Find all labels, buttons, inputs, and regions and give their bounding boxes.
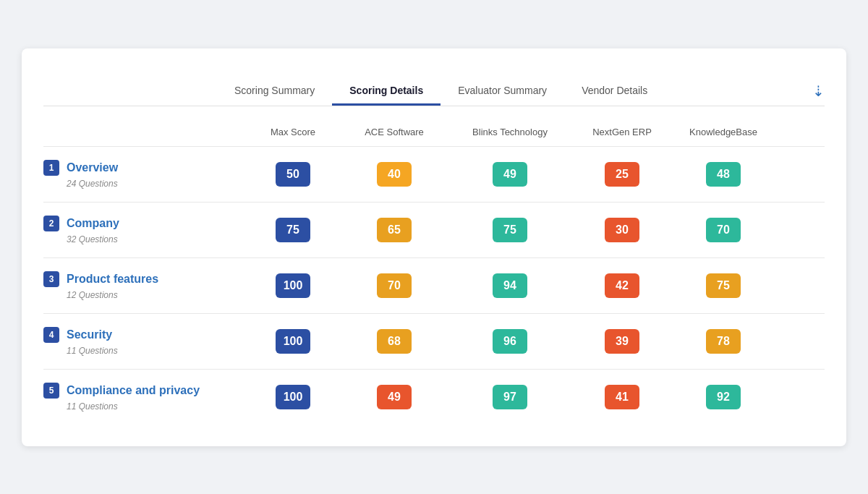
col-header-4: NextGen ERP	[571, 127, 673, 137]
download-button[interactable]: ⇣	[812, 82, 825, 100]
score-badge-3-4: 78	[706, 329, 741, 354]
score-cell-1-1: 65	[340, 218, 448, 242]
score-cell-3-4: 78	[673, 329, 774, 354]
score-cell-1-0: 75	[246, 218, 340, 242]
section-name-1: Company	[67, 217, 119, 230]
col-header-5: KnowledgeBase	[673, 127, 774, 137]
score-badge-3-0: 100	[276, 329, 310, 354]
score-cell-4-2: 97	[448, 385, 571, 409]
table-row-3: 4Security11 Questions10068963978	[43, 313, 825, 369]
score-badge-4-2: 97	[493, 385, 527, 409]
section-questions-2: 12 Questions	[67, 290, 246, 300]
score-badge-0-1: 40	[377, 162, 412, 187]
tab-scoring-details[interactable]: Scoring Details	[332, 77, 441, 106]
score-cell-1-2: 75	[448, 218, 571, 242]
col-header-2: ACE Software	[340, 127, 448, 137]
tabs-row: Scoring SummaryScoring DetailsEvaluator …	[43, 77, 825, 106]
section-title-row-0: 1Overview	[43, 160, 246, 176]
section-number-0: 1	[43, 160, 59, 176]
score-badge-0-4: 48	[706, 162, 741, 187]
section-questions-4: 11 Questions	[67, 401, 246, 412]
score-badge-4-4: 92	[706, 385, 741, 409]
section-questions-1: 32 Questions	[67, 234, 246, 244]
tab-vendor-details[interactable]: Vendor Details	[564, 77, 665, 106]
score-badge-2-3: 42	[605, 273, 639, 298]
section-name-2: Product features	[67, 273, 158, 286]
score-badge-2-1: 70	[377, 273, 412, 298]
table-body: 1Overview24 Questions50404925482Company3…	[43, 146, 825, 425]
score-badge-0-2: 49	[493, 162, 527, 187]
col-header-1: Max Score	[246, 127, 340, 137]
tabs-container: Scoring SummaryScoring DetailsEvaluator …	[217, 77, 665, 106]
section-title-row-1: 2Company	[43, 216, 246, 231]
score-badge-4-3: 41	[605, 385, 639, 409]
score-cell-0-0: 50	[246, 162, 340, 187]
score-badge-4-0: 100	[276, 385, 310, 409]
score-badge-0-3: 25	[605, 162, 639, 187]
score-badge-3-1: 68	[377, 329, 412, 354]
section-name-4: Compliance and privacy	[67, 384, 200, 397]
score-cell-4-3: 41	[571, 385, 673, 409]
tab-scoring-summary[interactable]: Scoring Summary	[217, 77, 332, 106]
section-info-3: 4Security11 Questions	[43, 327, 246, 356]
section-number-1: 2	[43, 216, 59, 231]
col-header-0	[43, 127, 246, 137]
table-header: Max ScoreACE SoftwareBlinks TechnologyNe…	[43, 121, 825, 146]
score-cell-2-1: 70	[340, 273, 448, 298]
score-cell-0-2: 49	[448, 162, 571, 187]
score-cell-0-3: 25	[571, 162, 673, 187]
score-cell-1-3: 30	[571, 218, 673, 242]
score-cell-1-4: 70	[673, 218, 774, 242]
section-name-0: Overview	[67, 161, 118, 174]
score-cell-2-3: 42	[571, 273, 673, 298]
score-badge-1-0: 75	[276, 218, 310, 242]
score-badge-3-3: 39	[605, 329, 639, 354]
score-badge-1-2: 75	[493, 218, 527, 242]
section-info-1: 2Company32 Questions	[43, 216, 246, 244]
score-cell-3-0: 100	[246, 329, 340, 354]
col-header-3: Blinks Technology	[448, 127, 571, 137]
score-cell-4-1: 49	[340, 385, 448, 409]
section-title-row-4: 5Compliance and privacy	[43, 383, 246, 399]
tab-evaluator-summary[interactable]: Evaluator Summary	[441, 77, 564, 106]
table-row-0: 1Overview24 Questions5040492548	[43, 146, 825, 202]
section-number-2: 3	[43, 271, 59, 287]
score-badge-1-4: 70	[706, 218, 741, 242]
section-number-3: 4	[43, 327, 59, 343]
score-cell-3-1: 68	[340, 329, 448, 354]
score-badge-2-0: 100	[276, 273, 310, 298]
score-badge-2-4: 75	[706, 273, 741, 298]
score-cell-2-0: 100	[246, 273, 340, 298]
score-cell-0-4: 48	[673, 162, 774, 187]
section-number-4: 5	[43, 383, 59, 399]
section-name-3: Security	[67, 328, 112, 341]
scoring-results-card: Scoring SummaryScoring DetailsEvaluator …	[22, 48, 846, 446]
score-cell-4-0: 100	[246, 385, 340, 409]
table-row-4: 5Compliance and privacy11 Questions10049…	[43, 369, 825, 425]
score-badge-1-3: 30	[605, 218, 639, 242]
section-questions-3: 11 Questions	[67, 346, 246, 356]
section-info-0: 1Overview24 Questions	[43, 160, 246, 189]
score-badge-1-1: 65	[377, 218, 412, 242]
section-questions-0: 24 Questions	[67, 179, 246, 189]
section-title-row-2: 3Product features	[43, 271, 246, 287]
score-cell-2-4: 75	[673, 273, 774, 298]
section-info-4: 5Compliance and privacy11 Questions	[43, 383, 246, 412]
table-row-1: 2Company32 Questions7565753070	[43, 202, 825, 257]
score-badge-2-2: 94	[493, 273, 527, 298]
section-title-row-3: 4Security	[43, 327, 246, 343]
score-cell-0-1: 40	[340, 162, 448, 187]
score-badge-4-1: 49	[377, 385, 412, 409]
score-badge-3-2: 96	[493, 329, 527, 354]
score-cell-3-2: 96	[448, 329, 571, 354]
section-info-2: 3Product features12 Questions	[43, 271, 246, 300]
score-cell-2-2: 94	[448, 273, 571, 298]
score-cell-3-3: 39	[571, 329, 673, 354]
score-badge-0-0: 50	[276, 162, 310, 187]
table-row-2: 3Product features12 Questions10070944275	[43, 257, 825, 313]
score-cell-4-4: 92	[673, 385, 774, 409]
